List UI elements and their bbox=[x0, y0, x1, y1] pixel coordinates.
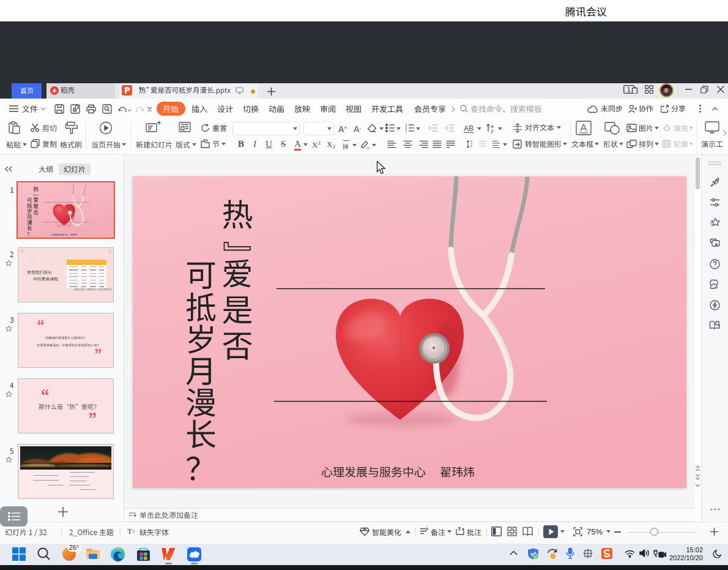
svg-text:26°: 26° bbox=[69, 544, 80, 551]
svg-text:AB: AB bbox=[464, 124, 474, 133]
svg-text:Z: Z bbox=[491, 129, 494, 133]
